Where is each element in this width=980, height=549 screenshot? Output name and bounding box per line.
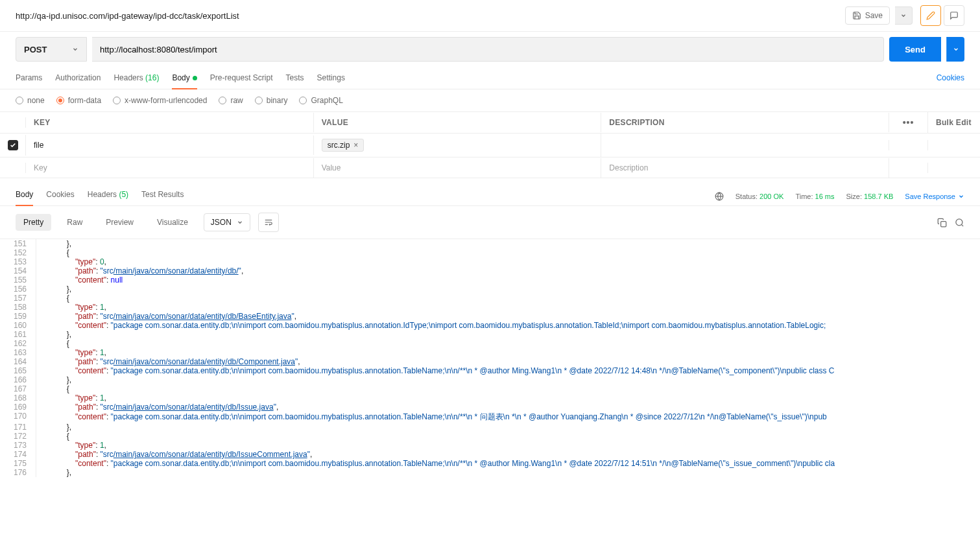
- view-pretty[interactable]: Pretty: [16, 214, 51, 231]
- send-dropdown[interactable]: [946, 37, 964, 62]
- view-preview[interactable]: Preview: [98, 214, 141, 231]
- view-raw[interactable]: Raw: [59, 214, 90, 231]
- body-type-binary[interactable]: binary: [255, 96, 288, 105]
- file-name: src.zip: [328, 141, 350, 150]
- table-row: file src.zip ×: [0, 134, 980, 158]
- format-select[interactable]: JSON: [204, 213, 250, 231]
- copy-button[interactable]: [937, 218, 947, 228]
- request-name: http://qa-ipd.unisoc.com/ipd-gateway/ipd…: [16, 11, 845, 21]
- save-label: Save: [865, 11, 883, 20]
- value-input[interactable]: Value: [314, 158, 602, 178]
- tab-prerequest[interactable]: Pre-request Script: [210, 69, 273, 89]
- view-visualize[interactable]: Visualize: [149, 214, 196, 231]
- body-type-none[interactable]: none: [16, 96, 45, 105]
- row-checkbox[interactable]: [8, 140, 18, 150]
- column-description: DESCRIPTION: [601, 113, 889, 132]
- chevron-down-icon: [72, 46, 78, 53]
- table-row-new: Key Value Description: [0, 158, 980, 178]
- tab-body[interactable]: Body: [172, 69, 197, 89]
- column-key: KEY: [26, 113, 314, 132]
- search-icon: [955, 218, 964, 228]
- response-tab-testresults[interactable]: Test Results: [141, 187, 184, 205]
- body-type-raw[interactable]: raw: [219, 96, 243, 105]
- remove-file-icon[interactable]: ×: [353, 141, 358, 150]
- send-button[interactable]: Send: [889, 37, 941, 62]
- svg-line-6: [961, 224, 963, 226]
- value-cell[interactable]: src.zip ×: [314, 134, 602, 157]
- key-cell[interactable]: file: [26, 135, 314, 155]
- method-select[interactable]: POST: [16, 37, 87, 62]
- bulk-edit-link[interactable]: Bulk Edit: [928, 113, 980, 132]
- edit-button[interactable]: [920, 5, 941, 26]
- description-cell[interactable]: [601, 140, 889, 150]
- save-dropdown[interactable]: [895, 6, 913, 25]
- tab-tests[interactable]: Tests: [286, 69, 304, 89]
- method-label: POST: [24, 45, 47, 54]
- save-button[interactable]: Save: [845, 6, 890, 25]
- wrap-lines-button[interactable]: [258, 213, 279, 232]
- copy-icon: [937, 218, 947, 228]
- save-response[interactable]: Save Response: [905, 193, 964, 200]
- search-button[interactable]: [955, 218, 964, 228]
- response-tab-body[interactable]: Body: [16, 187, 33, 205]
- chevron-down-icon: [953, 46, 959, 53]
- wrap-icon: [264, 218, 273, 227]
- response-tab-cookies[interactable]: Cookies: [46, 187, 74, 205]
- check-icon: [10, 142, 16, 148]
- response-tab-headers[interactable]: Headers (5): [88, 187, 128, 205]
- column-value: VALUE: [314, 113, 602, 132]
- tab-params[interactable]: Params: [16, 69, 42, 89]
- more-options[interactable]: •••: [889, 112, 928, 133]
- time-meta: Time: 16 ms: [795, 193, 834, 200]
- description-input[interactable]: Description: [601, 158, 889, 178]
- status-meta: Status: 200 OK: [735, 193, 784, 200]
- size-meta: Size: 158.7 KB: [846, 193, 894, 200]
- url-input[interactable]: [92, 37, 884, 62]
- key-input[interactable]: Key: [26, 158, 314, 178]
- chevron-down-icon: [958, 193, 964, 200]
- chevron-down-icon: [900, 12, 907, 19]
- body-type-graphql[interactable]: GraphQL: [299, 96, 342, 105]
- cookies-link[interactable]: Cookies: [937, 69, 964, 89]
- body-type-xwww[interactable]: x-www-form-urlencoded: [113, 96, 207, 105]
- pencil-icon: [926, 11, 935, 20]
- svg-point-5: [956, 218, 962, 225]
- svg-rect-4: [941, 221, 946, 226]
- tab-headers[interactable]: Headers (16): [114, 69, 159, 89]
- dot-indicator: [193, 76, 197, 80]
- globe-icon[interactable]: [715, 192, 724, 201]
- comment-button[interactable]: [944, 5, 964, 26]
- response-body[interactable]: 151 },152 {153 "type": 0,154 "path": "sr…: [0, 239, 980, 477]
- body-type-formdata[interactable]: form-data: [56, 96, 101, 105]
- tab-settings[interactable]: Settings: [317, 69, 345, 89]
- tab-authorization[interactable]: Authorization: [55, 69, 101, 89]
- chevron-down-icon: [237, 219, 243, 226]
- comment-icon: [950, 11, 959, 20]
- save-icon: [852, 11, 861, 20]
